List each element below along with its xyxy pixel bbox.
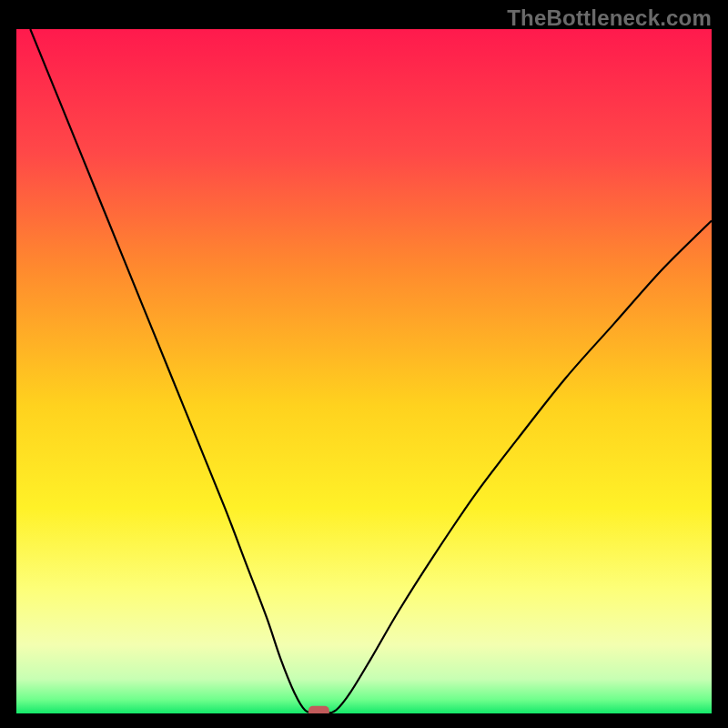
- gradient-background: [16, 29, 712, 713]
- plot-area: [16, 29, 712, 713]
- watermark-text: TheBottleneck.com: [507, 5, 712, 31]
- chart-container: TheBottleneck.com: [0, 0, 728, 728]
- chart-svg: [16, 29, 712, 713]
- optimum-marker: [308, 706, 329, 713]
